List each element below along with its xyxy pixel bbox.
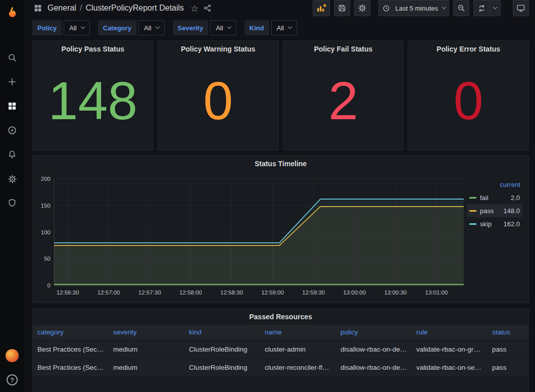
column-header-rule[interactable]: rule	[412, 325, 488, 340]
panel-policy-fail-status: Policy Fail Status 2	[283, 40, 404, 151]
filter-severity: Severity All	[173, 20, 236, 35]
panel-title[interactable]: Status Timeline	[33, 156, 528, 172]
legend-item-pass[interactable]: pass 148.0	[467, 204, 522, 217]
svg-text:12:59:00: 12:59:00	[261, 289, 284, 296]
breadcrumb-divider: /	[80, 4, 82, 13]
main-area: General / ClusterPolicyReport Details ☆	[24, 0, 535, 392]
filter-selected-value: All	[69, 24, 76, 32]
breadcrumb-folder[interactable]: General	[47, 4, 76, 13]
svg-text:12:57:00: 12:57:00	[98, 289, 120, 296]
cell-policy: disallow-rbac-on-de…	[336, 358, 412, 376]
tv-mode-button[interactable]	[513, 0, 529, 16]
filter-value-dropdown[interactable]: All	[138, 20, 164, 35]
series-current-value: 148.0	[503, 207, 520, 215]
refresh-button[interactable]	[473, 0, 490, 16]
cell-severity: medium	[109, 340, 184, 358]
filter-value-dropdown[interactable]: All	[64, 20, 89, 35]
dashboard-settings-button[interactable]	[354, 0, 370, 16]
legend-item-skip[interactable]: skip 162.0	[467, 217, 522, 230]
chart-legend: current fail 2.0 pass 148.0	[467, 172, 525, 303]
save-icon	[337, 4, 347, 13]
table-row: Best Practices (Sec… medium ClusterRoleB…	[33, 340, 528, 358]
cell-name: cluster-reconciler-fl…	[260, 358, 336, 376]
filter-policy: Policy All	[32, 20, 90, 35]
svg-text:12:58:00: 12:58:00	[179, 289, 202, 296]
save-dashboard-button[interactable]	[334, 0, 350, 16]
time-range-label: Last 5 minutes	[394, 5, 439, 12]
user-avatar[interactable]	[6, 349, 19, 362]
stat-value: 2	[283, 51, 404, 150]
filter-value-dropdown[interactable]: All	[271, 20, 297, 35]
legend-item-fail[interactable]: fail 2.0	[467, 191, 522, 204]
sidebar-nav	[0, 45, 24, 215]
svg-text:150: 150	[41, 203, 51, 209]
legend-current-header: current	[467, 181, 522, 189]
panel-title[interactable]: Passed Resources	[33, 309, 528, 325]
cell-category: Best Practices (Sec…	[33, 340, 109, 358]
timeline-chart[interactable]: 12:56:3012:57:0012:57:3012:58:0012:58:30…	[37, 172, 467, 300]
cell-status: pass	[488, 340, 528, 358]
series-name: pass	[480, 207, 494, 215]
variable-filters: Policy All Category All Severity All	[24, 16, 535, 40]
alerting-bell-icon[interactable]	[0, 142, 24, 167]
svg-text:0: 0	[47, 282, 51, 288]
svg-text:13:01:00: 13:01:00	[425, 289, 448, 296]
time-picker-button[interactable]: Last 5 minutes	[378, 0, 449, 16]
share-icon[interactable]	[203, 4, 212, 13]
cell-rule: validate-rbac-on-gro…	[412, 340, 488, 358]
filter-label: Severity	[173, 20, 209, 35]
filter-value-dropdown[interactable]: All	[210, 20, 236, 35]
grafana-app: ? General / ClusterPolicyReport Details …	[0, 0, 535, 392]
series-current-value: 162.0	[503, 220, 520, 228]
column-header-severity[interactable]: severity	[109, 325, 184, 340]
cell-policy: disallow-rbac-on-de…	[336, 340, 412, 358]
dashboard-content: Policy Pass Status 148 Policy Warning St…	[24, 40, 535, 392]
series-name: fail	[480, 194, 489, 202]
chevron-down-icon	[442, 5, 446, 9]
grafana-logo[interactable]	[0, 0, 24, 24]
favorite-star-icon[interactable]: ☆	[190, 3, 199, 13]
series-name: skip	[480, 220, 492, 228]
explore-compass-icon[interactable]	[0, 118, 24, 142]
svg-text:13:00:30: 13:00:30	[384, 289, 407, 296]
zoom-out-button[interactable]	[453, 0, 469, 16]
column-header-kind[interactable]: kind	[184, 325, 260, 340]
cell-kind: ClusterRoleBinding	[184, 358, 260, 376]
chevron-down-icon	[493, 5, 497, 9]
refresh-interval-dropdown[interactable]	[490, 0, 501, 16]
search-icon[interactable]	[0, 45, 24, 70]
server-admin-shield-icon[interactable]	[0, 191, 24, 215]
dashboards-icon[interactable]	[0, 94, 24, 118]
passed-resources-table: category severity kind name policy rule …	[33, 325, 528, 376]
refresh-button-group	[473, 0, 501, 16]
column-header-status[interactable]: status	[488, 325, 528, 340]
table-header-row: category severity kind name policy rule …	[33, 325, 528, 340]
series-swatch	[469, 197, 476, 199]
chevron-down-icon	[81, 25, 85, 29]
filter-label: Kind	[245, 20, 269, 35]
filter-kind: Kind All	[245, 20, 297, 35]
help-icon[interactable]: ?	[7, 374, 18, 385]
cell-status: pass	[488, 358, 528, 376]
topbar: General / ClusterPolicyReport Details ☆	[24, 0, 535, 16]
create-plus-icon[interactable]	[0, 70, 24, 94]
column-header-policy[interactable]: policy	[336, 325, 412, 340]
svg-text:12:59:30: 12:59:30	[302, 289, 325, 296]
svg-text:100: 100	[41, 229, 51, 235]
series-current-value: 2.0	[511, 194, 520, 202]
configuration-gear-icon[interactable]	[0, 167, 24, 191]
column-header-category[interactable]: category	[33, 325, 109, 340]
table-row: Best Practices (Sec… medium ClusterRoleB…	[33, 358, 528, 376]
filter-label: Category	[98, 20, 136, 35]
filter-label: Policy	[32, 20, 62, 35]
svg-text:13:00:00: 13:00:00	[343, 289, 366, 296]
chevron-down-icon	[227, 25, 231, 29]
panel-policy-warning-status: Policy Warning Status 0	[158, 40, 279, 151]
chevron-down-icon	[288, 25, 292, 29]
apps-grid-icon	[33, 4, 42, 13]
monitor-icon	[516, 4, 525, 13]
series-swatch	[469, 223, 476, 225]
column-header-name[interactable]: name	[260, 325, 336, 340]
series-swatch	[469, 210, 476, 212]
add-panel-button[interactable]	[313, 0, 330, 16]
